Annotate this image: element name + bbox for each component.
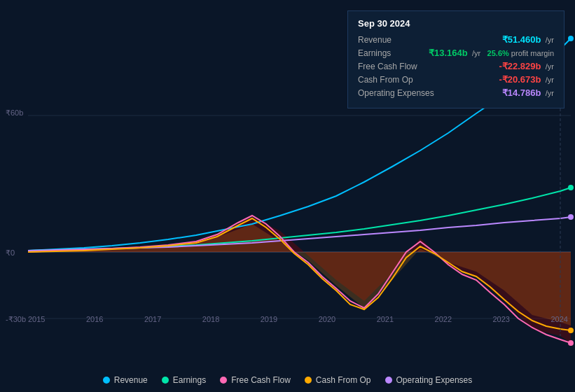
revenue-unit: /yr <box>546 36 554 44</box>
legend-dot-fcf <box>220 377 227 384</box>
tooltip-date: Sep 30 2024 <box>358 18 554 29</box>
fcf-label: Free Cash Flow <box>358 62 417 71</box>
legend-dot-cfo <box>305 377 312 384</box>
legend-revenue: Revenue <box>103 375 148 385</box>
earnings-value: ₹13.164b <box>429 48 468 58</box>
svg-point-6 <box>568 185 574 190</box>
legend-dot-opex <box>385 377 392 384</box>
legend-label-cfo: Cash From Op <box>316 375 371 385</box>
x-label-2016: 2016 <box>86 315 103 323</box>
legend-earnings: Earnings <box>162 375 206 385</box>
legend-dot-revenue <box>103 377 110 384</box>
legend-label-opex: Operating Expenses <box>396 375 473 385</box>
fcf-row: Free Cash Flow -₹22.829b /yr <box>358 61 554 71</box>
cfo-row: Cash From Op -₹20.673b /yr <box>358 74 554 85</box>
x-label-2015: 2015 <box>28 315 45 323</box>
svg-point-5 <box>568 36 574 41</box>
fcf-value: -₹22.829b <box>499 61 541 71</box>
legend-label-fcf: Free Cash Flow <box>231 375 291 385</box>
x-label-2024: 2024 <box>550 315 567 323</box>
svg-point-7 <box>568 214 574 220</box>
revenue-value: ₹51.460b <box>502 34 541 45</box>
legend-opex: Operating Expenses <box>385 375 473 385</box>
x-label-2019: 2019 <box>261 315 277 323</box>
opex-unit: /yr <box>546 89 554 97</box>
x-label-2017: 2017 <box>144 315 161 323</box>
x-axis-labels: 2015 2016 2017 2018 2019 2020 2021 2022 … <box>28 315 568 323</box>
chart-legend: Revenue Earnings Free Cash Flow Cash Fro… <box>0 375 575 385</box>
x-label-2022: 2022 <box>435 315 452 323</box>
profit-margin: 25.6% profit margin <box>487 49 554 57</box>
legend-label-earnings: Earnings <box>173 375 206 385</box>
cfo-value: -₹20.673b <box>499 74 541 85</box>
revenue-label: Revenue <box>358 35 392 45</box>
tooltip-panel: Sep 30 2024 Revenue ₹51.460b /yr Earning… <box>347 10 564 108</box>
earnings-row: Earnings ₹13.164b /yr 25.6% profit margi… <box>358 48 554 58</box>
revenue-row: Revenue ₹51.460b /yr <box>358 34 554 45</box>
legend-dot-earnings <box>162 377 169 384</box>
earnings-label: Earnings <box>358 48 391 58</box>
cfo-unit: /yr <box>546 76 554 84</box>
x-label-2018: 2018 <box>202 315 219 323</box>
opex-label: Operating Expenses <box>358 88 434 98</box>
x-label-2020: 2020 <box>319 315 335 323</box>
svg-point-9 <box>568 328 574 333</box>
legend-fcf: Free Cash Flow <box>220 375 291 385</box>
legend-cfo: Cash From Op <box>305 375 371 385</box>
opex-row: Operating Expenses ₹14.786b /yr <box>358 88 554 98</box>
svg-point-8 <box>568 340 574 346</box>
x-label-2021: 2021 <box>377 315 394 323</box>
x-label-2023: 2023 <box>493 315 510 323</box>
legend-label-revenue: Revenue <box>114 375 148 385</box>
opex-value: ₹14.786b <box>502 88 541 98</box>
cfo-label: Cash From Op <box>358 75 413 85</box>
earnings-unit: /yr <box>472 49 480 57</box>
fcf-unit: /yr <box>546 62 554 71</box>
